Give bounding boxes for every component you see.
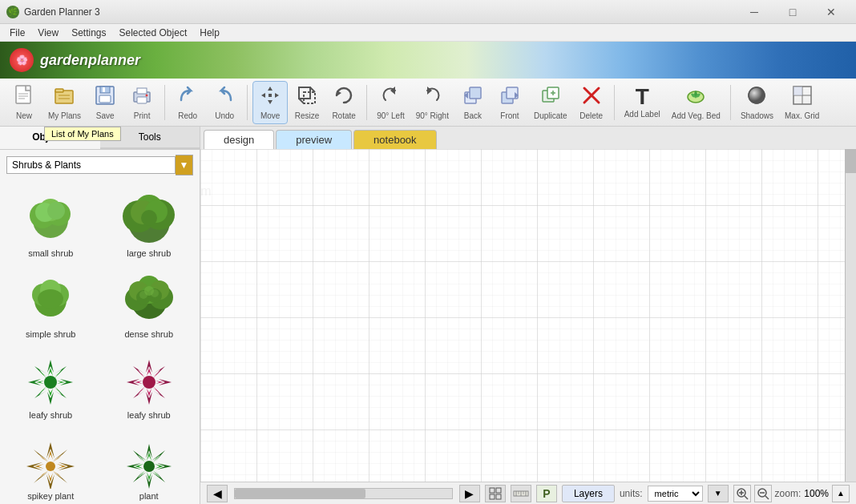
p-button[interactable]: P — [536, 485, 557, 502]
svg-rect-152 — [490, 494, 495, 499]
plant-leafy-shrub-2[interactable]: leafy shrub — [102, 345, 197, 423]
shadows-button[interactable]: Shadows — [736, 81, 778, 124]
title-bar: 🌿 Garden Planner 3 ─ □ ✕ — [0, 0, 856, 24]
svg-marker-129 — [151, 450, 165, 462]
small-shrub-label: small shrub — [28, 248, 73, 258]
plant-dense-shrub[interactable]: dense shrub — [102, 264, 197, 342]
units-select[interactable]: metric imperial — [648, 486, 703, 502]
addvegbed-icon — [684, 84, 707, 110]
rotate90left-icon — [379, 84, 402, 110]
svg-point-64 — [38, 289, 63, 308]
zoom-controls: zoom: 100% ▲ — [733, 485, 850, 502]
tab-notebook[interactable]: notebook — [353, 130, 437, 149]
resize-label: Resize — [295, 111, 320, 120]
tab-design[interactable]: design — [204, 130, 274, 149]
myplans-label: My Plans — [48, 111, 81, 120]
back-button[interactable]: Back — [455, 81, 491, 124]
redo-button[interactable]: Redo — [170, 81, 205, 124]
close-button[interactable]: ✕ — [813, 0, 850, 24]
rotate90right-button[interactable]: 90° Right — [411, 81, 454, 124]
plant-simple-shrub[interactable]: simple shrub — [3, 264, 99, 342]
rotate-icon — [333, 84, 355, 110]
myplans-button[interactable]: My Plans — [43, 81, 86, 124]
save-button[interactable]: Save — [87, 81, 123, 124]
delete-button[interactable]: Delete — [574, 81, 609, 124]
grid-canvas[interactable]: 🛍 安下客 anxz.com — [200, 149, 845, 482]
svg-marker-101 — [133, 366, 146, 376]
svg-rect-153 — [496, 494, 501, 499]
menu-bar: File View Settings Selected Object Help — [0, 24, 856, 42]
plant-generic[interactable]: plant — [102, 426, 197, 504]
svg-point-76 — [151, 289, 159, 297]
tab-tools[interactable]: Tools — [100, 127, 200, 149]
app-icon: 🌿 — [6, 6, 19, 18]
category-select[interactable]: Shrubs & Plants Trees Flowers Vegetables… — [6, 156, 176, 174]
rotate-button[interactable]: Rotate — [326, 81, 361, 124]
svg-marker-132 — [146, 474, 152, 489]
tab-preview[interactable]: preview — [276, 130, 352, 149]
zoom-level-arrow[interactable]: ▲ — [832, 485, 850, 502]
resize-icon — [296, 84, 318, 110]
menu-help[interactable]: Help — [193, 26, 226, 40]
horizontal-scrollbar[interactable] — [234, 488, 453, 499]
svg-marker-87 — [57, 381, 65, 384]
new-button[interactable]: New — [6, 81, 42, 124]
menu-view[interactable]: View — [31, 26, 65, 40]
svg-marker-139 — [151, 470, 159, 477]
scroll-left-button[interactable]: ◀ — [207, 485, 228, 502]
layers-button[interactable]: Layers — [562, 485, 615, 502]
zoom-out-button[interactable] — [754, 485, 772, 502]
menu-selected-object[interactable]: Selected Object — [113, 26, 194, 40]
dropdown-arrow[interactable]: ▼ — [176, 155, 193, 175]
scroll-right-button[interactable]: ▶ — [459, 485, 480, 502]
duplicate-button[interactable]: Duplicate — [529, 81, 572, 124]
svg-marker-122 — [52, 470, 62, 478]
grid-svg: 🛍 安下客 anxz.com — [200, 149, 845, 482]
svg-point-59 — [141, 210, 157, 226]
svg-marker-133 — [133, 471, 147, 482]
print-button[interactable]: Print — [124, 81, 159, 124]
vertical-scrollbar[interactable] — [845, 149, 856, 482]
minimize-button[interactable]: ─ — [736, 0, 773, 24]
canvas-area: design preview notebook — [200, 127, 856, 504]
rotate90left-label: 90° Left — [377, 111, 405, 120]
tab-objects[interactable]: Objects — [0, 127, 100, 149]
units-arrow-button[interactable]: ▼ — [708, 485, 729, 502]
vscrollbar-thumb[interactable] — [846, 149, 856, 173]
menu-settings[interactable]: Settings — [65, 26, 112, 40]
rotate90left-button[interactable]: 90° Left — [372, 81, 410, 124]
separator-4 — [614, 85, 615, 120]
redo-icon — [176, 84, 199, 110]
dense-shrub-label: dense shrub — [124, 329, 173, 339]
move-button[interactable]: Move — [252, 81, 288, 124]
plant-small-shrub[interactable]: small shrub — [3, 183, 99, 261]
move-label: Move — [260, 111, 280, 120]
grid-toggle-button[interactable] — [485, 485, 506, 502]
svg-marker-114 — [53, 472, 67, 483]
hscrollbar-thumb[interactable] — [235, 489, 365, 498]
canvas-tabs: design preview notebook — [200, 127, 856, 149]
plant-large-shrub[interactable]: large shrub — [102, 183, 197, 261]
svg-rect-11 — [103, 87, 105, 92]
svg-marker-16 — [268, 87, 273, 91]
zoom-in-button[interactable] — [733, 485, 751, 502]
front-button[interactable]: Front — [492, 81, 527, 124]
svg-text:anxz.com: anxz.com — [200, 184, 211, 198]
menu-file[interactable]: File — [3, 26, 31, 40]
svg-marker-131 — [151, 471, 165, 482]
undo-button[interactable]: Undo — [207, 81, 242, 124]
maximize-button[interactable]: □ — [774, 0, 811, 24]
svg-marker-141 — [139, 470, 147, 477]
plant-leafy-shrub-1[interactable]: leafy shrub — [3, 345, 99, 423]
maxgrid-button[interactable]: Max. Grid — [780, 81, 824, 124]
resize-button[interactable]: Resize — [289, 81, 325, 124]
addlabel-button[interactable]: T Add Label — [620, 81, 665, 124]
plant-spikey[interactable]: spikey plant — [3, 426, 99, 504]
svg-point-144 — [143, 461, 155, 472]
svg-marker-126 — [39, 455, 49, 462]
addvegbed-button[interactable]: Add Veg. Bed — [667, 81, 725, 124]
separator-1 — [164, 85, 165, 120]
undo-icon — [213, 84, 236, 110]
ruler-button[interactable] — [511, 485, 531, 502]
units-label: units: — [620, 488, 643, 499]
